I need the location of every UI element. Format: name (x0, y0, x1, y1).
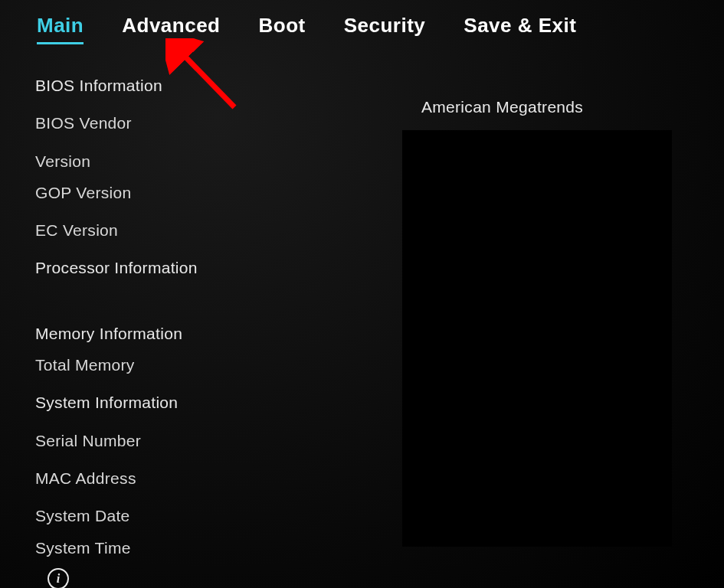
info-icon[interactable]: i (48, 568, 69, 588)
tab-advanced[interactable]: Advanced (122, 14, 220, 42)
label-system-time[interactable]: System Time (35, 537, 403, 558)
redacted-region (402, 130, 672, 547)
label-serial-number: Serial Number (35, 430, 403, 451)
tab-security[interactable]: Security (344, 14, 426, 42)
label-bios-information: BIOS Information (35, 75, 403, 96)
tab-save-exit[interactable]: Save & Exit (464, 14, 576, 42)
values-column: American Megatrends (421, 98, 674, 116)
label-bios-vendor: BIOS Vendor (35, 113, 403, 133)
label-version: Version (35, 151, 403, 172)
label-system-date[interactable]: System Date (35, 505, 403, 526)
tab-main[interactable]: Main (37, 14, 84, 44)
label-memory-information: Memory Information (35, 323, 403, 344)
label-system-information: System Information (35, 392, 403, 413)
tab-boot[interactable]: Boot (259, 14, 306, 42)
bios-tab-bar: Main Advanced Boot Security Save & Exit (0, 0, 724, 44)
label-gop-version: GOP Version (35, 182, 403, 203)
value-bios-vendor: American Megatrends (421, 98, 674, 116)
label-mac-address: MAC Address (35, 468, 403, 488)
label-ec-version: EC Version (35, 220, 403, 240)
label-processor-information: Processor Information (35, 257, 403, 278)
label-total-memory: Total Memory (35, 354, 403, 375)
labels-column: BIOS Information BIOS Vendor Version GOP… (35, 75, 403, 558)
